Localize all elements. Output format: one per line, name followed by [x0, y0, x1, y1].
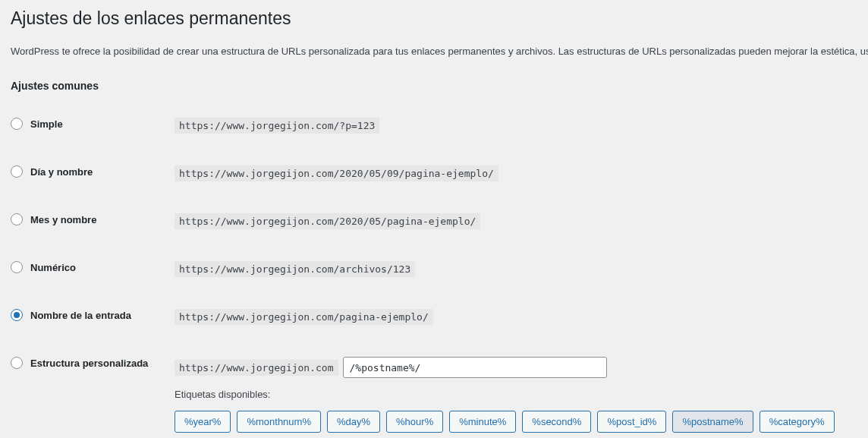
tag-button[interactable]: %minute% [449, 411, 516, 433]
section-title: Ajustes comunes [11, 80, 857, 92]
tag-button[interactable]: %monthnum% [237, 411, 321, 433]
tags-row: %year%%monthnum%%day%%hour%%minute%%seco… [175, 411, 857, 438]
tag-button[interactable]: %category% [760, 411, 835, 433]
tag-button[interactable]: %post_id% [597, 411, 666, 433]
permalink-radio-label: Numérico [30, 262, 76, 273]
permalink-example-url: https://www.jorgegijon.com/?p=123 [175, 118, 379, 134]
permalink-radio-label: Simple [30, 118, 63, 130]
permalink-radio[interactable] [11, 309, 23, 321]
radio-custom[interactable] [11, 357, 23, 369]
permalink-example-url: https://www.jorgegijon.com/pagina-ejempl… [175, 309, 433, 325]
permalink-radio-label: Mes y nombre [30, 214, 96, 225]
permalink-radio[interactable] [11, 261, 23, 273]
page-title: Ajustes de los enlaces permanentes [11, 8, 857, 30]
option-row: Simplehttps://www.jorgegijon.com/?p=123 [11, 118, 857, 134]
option-row: Nombre de la entradahttps://www.jorgegij… [11, 309, 857, 325]
option-row: Numéricohttps://www.jorgegijon.com/archi… [11, 261, 857, 277]
tag-button[interactable]: %postname% [672, 411, 753, 433]
page-description: WordPress te ofrece la posibilidad de cr… [11, 44, 857, 59]
permalink-radio[interactable] [11, 118, 23, 130]
custom-base-url: https://www.jorgegijon.com [175, 360, 338, 376]
option-row-custom: Estructura personalizada https://www.jor… [11, 357, 857, 378]
option-row: Día y nombrehttps://www.jorgegijon.com/2… [11, 165, 857, 181]
permalink-example-url: https://www.jorgegijon.com/archivos/123 [175, 261, 415, 277]
permalink-radio[interactable] [11, 213, 23, 225]
tags-label: Etiquetas disponibles: [175, 389, 857, 400]
tag-button[interactable]: %hour% [386, 411, 443, 433]
radio-label-custom: Estructura personalizada [30, 358, 148, 369]
permalink-example-url: https://www.jorgegijon.com/2020/05/09/pa… [175, 165, 498, 181]
tag-button[interactable]: %year% [175, 411, 231, 433]
custom-structure-input[interactable] [343, 357, 607, 378]
permalink-radio-label: Nombre de la entrada [30, 310, 131, 321]
permalink-radio[interactable] [11, 165, 23, 178]
option-row: Mes y nombrehttps://www.jorgegijon.com/2… [11, 213, 857, 229]
permalink-radio-label: Día y nombre [30, 166, 93, 178]
tag-button[interactable]: %day% [327, 411, 380, 433]
tag-button[interactable]: %second% [522, 411, 591, 433]
permalink-example-url: https://www.jorgegijon.com/2020/05/pagin… [175, 213, 480, 229]
